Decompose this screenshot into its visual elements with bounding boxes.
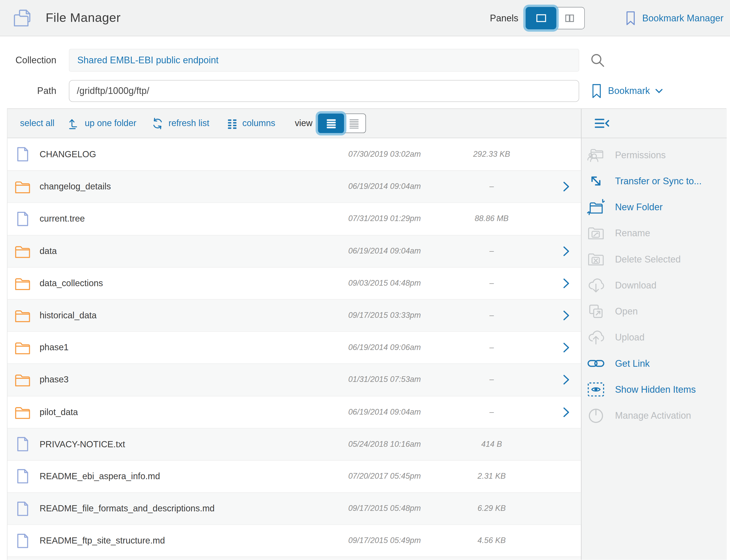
open-icon (587, 303, 605, 320)
sidebar-item-show-hidden-items[interactable]: Show Hidden Items (581, 377, 727, 403)
folder-row[interactable]: pilot_data 06/19/2014 09:04am – (7, 396, 581, 428)
rename-icon (587, 225, 605, 241)
list-view-button[interactable] (318, 113, 344, 133)
file-row[interactable]: CHANGELOG 07/30/2019 03:02am 292.33 KB (7, 138, 581, 170)
file-list: CHANGELOG 07/30/2019 03:02am 292.33 KB c… (7, 138, 581, 560)
search-icon[interactable] (591, 53, 605, 67)
chevron-right-icon[interactable] (563, 407, 570, 417)
columns-icon (226, 118, 238, 129)
folder-row[interactable]: changelog_details 06/19/2014 09:04am – (7, 170, 581, 203)
collection-label: Collection (0, 55, 56, 66)
view-label: view (295, 118, 312, 128)
folder-icon (15, 180, 30, 194)
file-row[interactable]: README_ebi_aspera_info.md 07/20/2017 05:… (7, 460, 581, 492)
refresh-list-button[interactable]: refresh list (151, 117, 209, 130)
file-name: PRIVACY-NOTICE.txt (40, 439, 125, 449)
file-size: 4.56 KB (452, 536, 531, 545)
delete-icon (587, 251, 605, 268)
file-size: – (452, 343, 531, 352)
single-panel-button[interactable] (526, 7, 557, 29)
folder-row[interactable]: data 06/19/2014 09:04am – (7, 235, 581, 267)
chevron-down-icon (655, 89, 663, 94)
file-size: 292.33 KB (452, 150, 531, 159)
folder-row[interactable]: data_collections 09/03/2015 04:48pm – (7, 267, 581, 299)
file-name: changelog_details (40, 182, 111, 192)
file-name: data (40, 246, 57, 256)
columns-button[interactable]: columns (226, 118, 275, 129)
sidebar-item-label: Download (615, 280, 656, 291)
file-name: data_collections (40, 278, 103, 288)
sidebar-item-open[interactable]: Open (581, 298, 727, 324)
file-date: 06/19/2014 09:04am (328, 182, 440, 191)
collection-value[interactable]: Shared EMBL-EBI public endpoint (77, 55, 219, 66)
file-manager-logo-icon (13, 8, 34, 27)
folder-icon (15, 341, 30, 355)
file-icon (16, 469, 28, 484)
sidebar-item-manage-activation[interactable]: Manage Activation (581, 403, 727, 428)
up-one-folder-icon (68, 117, 81, 129)
file-date: 07/31/2019 01:29pm (328, 214, 440, 224)
sidebar-item-transfer-or-sync-to[interactable]: Transfer or Sync to... (581, 168, 727, 194)
collapse-sidebar-icon[interactable] (594, 117, 610, 130)
chevron-right-icon[interactable] (563, 182, 570, 192)
folder-row[interactable]: phase3 01/31/2015 07:53am – (7, 364, 581, 396)
bookmark-dropdown[interactable]: Bookmark (592, 84, 663, 99)
folder-icon (15, 276, 30, 290)
chevron-right-icon[interactable] (563, 343, 570, 353)
path-input[interactable] (69, 80, 579, 102)
bookmark-icon (626, 11, 636, 25)
file-date: 07/20/2017 05:45pm (328, 472, 440, 481)
up-one-folder-button[interactable]: up one folder (68, 117, 136, 129)
dual-panel-icon (563, 13, 576, 23)
chevron-right-icon[interactable] (563, 310, 570, 321)
file-size: – (452, 407, 531, 417)
file-size: – (452, 311, 531, 320)
app-header: File Manager Panels Bookmark Manager (0, 0, 730, 36)
manage-activation-icon (587, 407, 605, 424)
folder-row[interactable]: phase1 06/19/2014 09:06am – (7, 331, 581, 364)
sidebar-header (581, 109, 727, 138)
file-icon (16, 501, 28, 517)
refresh-icon (151, 117, 164, 130)
sidebar-item-rename[interactable]: Rename (581, 220, 727, 246)
single-panel-icon (535, 13, 548, 23)
folder-icon (15, 405, 30, 419)
file-size: – (452, 182, 531, 191)
chevron-right-icon[interactable] (563, 278, 570, 288)
file-size: – (452, 279, 531, 288)
sidebar-item-permissions[interactable]: Permissions (581, 142, 727, 168)
sidebar-item-upload[interactable]: Upload (581, 324, 727, 350)
chevron-right-icon[interactable] (563, 246, 570, 256)
file-size: 88.86 MB (452, 214, 531, 224)
bookmark-manager-link[interactable]: Bookmark Manager (626, 11, 724, 25)
file-name: pilot_data (40, 407, 78, 417)
file-size: 6.29 KB (452, 504, 531, 513)
panels-label: Panels (490, 13, 519, 24)
bookmark-icon (592, 84, 602, 99)
sidebar-item-delete-selected[interactable]: Delete Selected (581, 246, 727, 272)
file-icon (16, 211, 28, 227)
file-date: 09/03/2015 04:48pm (328, 279, 440, 288)
panels-toggle (526, 7, 585, 29)
file-row[interactable]: current.tree 07/31/2019 01:29pm 88.86 MB (7, 203, 581, 235)
chevron-right-icon[interactable] (563, 375, 570, 385)
collection-input[interactable]: Shared EMBL-EBI public endpoint (69, 49, 579, 72)
sidebar-item-label: Show Hidden Items (615, 384, 696, 395)
select-all-button[interactable]: select all (20, 118, 55, 128)
file-row[interactable]: README_file_formats_and_descriptions.md … (7, 492, 581, 524)
file-date: 06/19/2014 09:06am (328, 343, 440, 352)
file-date: 09/17/2015 05:49pm (328, 536, 440, 545)
dual-panel-button[interactable] (554, 7, 585, 29)
action-menu: Permissions Transfer or Sync to... New F… (581, 138, 727, 428)
file-row[interactable]: README_ftp_site_structure.md 09/17/2015 … (7, 524, 581, 557)
sidebar-item-label: Rename (615, 228, 650, 239)
new-folder-icon (587, 199, 605, 215)
folder-row[interactable]: historical_data 09/17/2015 03:33pm – (7, 299, 581, 331)
condensed-view-button[interactable] (342, 113, 366, 133)
sidebar-item-get-link[interactable]: Get Link (581, 350, 727, 376)
file-row[interactable]: PRIVACY-NOTICE.txt 05/24/2018 10:16am 41… (7, 428, 581, 460)
path-label: Path (0, 86, 56, 97)
file-name: current.tree (40, 214, 85, 224)
sidebar-item-download[interactable]: Download (581, 272, 727, 298)
sidebar-item-new-folder[interactable]: New Folder (581, 194, 727, 220)
